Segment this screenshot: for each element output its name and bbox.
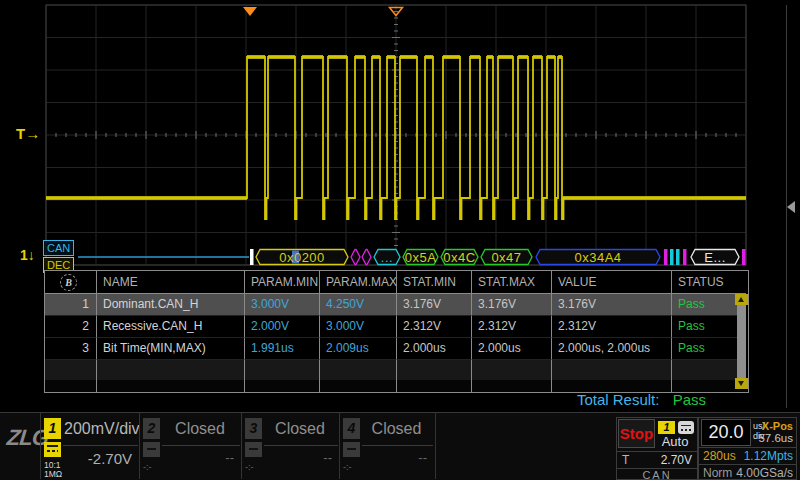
trigger-panel[interactable]: Stop 1 Auto T 2.70V CAN (616, 417, 698, 480)
channel-offset: -- (163, 450, 234, 465)
bus-column-header: B (45, 271, 97, 294)
coupling-icon (343, 442, 360, 457)
scroll-track[interactable] (737, 305, 746, 378)
side-panel-handle-icon[interactable] (787, 201, 795, 213)
channel-4-panel[interactable]: 4-:-Closed-- (339, 413, 436, 479)
divider (63, 445, 138, 446)
channel-scale: Closed (163, 420, 237, 438)
channel-2-panel[interactable]: 2-:-Closed-- (139, 413, 242, 479)
table-cell: 4.250V (320, 294, 397, 316)
decode-bit-bar (683, 249, 687, 265)
channel-2-badge[interactable]: 2 (143, 418, 160, 439)
divider (699, 464, 796, 465)
column-header: VALUE (552, 271, 672, 294)
column-header: STAT.MIN (397, 271, 472, 294)
column-header: STAT.MAX (472, 271, 552, 294)
column-header: PARAM.MIN (245, 271, 320, 294)
table-cell (472, 360, 552, 380)
table-cell (320, 380, 397, 392)
trigger-level-value: 2.70V (661, 453, 692, 467)
table-cell (397, 360, 472, 380)
table-cell: 2.000us (397, 338, 472, 360)
table-cell: 3.176V (397, 294, 472, 316)
scroll-down-button[interactable] (735, 378, 748, 389)
capture-window: 280us (703, 449, 736, 463)
table-cell: 3 (45, 338, 97, 360)
channel-offset: -2.70V (64, 450, 132, 467)
channel-3-panel[interactable]: 3-:-Closed-- (241, 413, 340, 479)
decode-frame-value: 0x5A (405, 250, 437, 265)
trigger-source-badge: 1 (658, 421, 675, 434)
decode-frame (351, 250, 360, 265)
column-header: STATUS (672, 271, 746, 294)
table-cell (245, 380, 320, 392)
table-cell: 2.000us, 2.000us (552, 338, 672, 360)
trigger-level-label: T (622, 453, 629, 467)
table-cell: 1 (45, 294, 97, 316)
table-empty-row (45, 360, 748, 380)
table-cell: 2.312V (552, 316, 672, 338)
table-cell: 3.000V (320, 316, 397, 338)
graticule-grid (46, 5, 746, 265)
channel-1-panel[interactable]: 110:11MΩ200mV/div-2.70V (40, 413, 140, 479)
divider (362, 445, 433, 446)
table-cell: 2.312V (397, 316, 472, 338)
column-header: PARAM.MAX (320, 271, 397, 294)
xpos-value: 57.6us (758, 432, 793, 444)
channel-scale: Closed (363, 420, 430, 438)
status-bar: ZLG® Stop 1 Auto T 2.70V CAN 20.0 us/div… (0, 412, 800, 480)
channel-offset: -- (265, 450, 332, 465)
decode-bit-bar (670, 249, 674, 265)
table-row[interactable]: 2Recessive.CAN_H2.000V3.000V2.312V2.312V… (45, 316, 748, 338)
measurement-table: BNAMEPARAM.MINPARAM.MAXSTAT.MINSTAT.MAXV… (44, 270, 749, 393)
column-header: NAME (97, 271, 245, 294)
table-cell: 2.000V (245, 316, 320, 338)
table-cell: 3.176V (552, 294, 672, 316)
timebase-scale[interactable]: 20.0 (701, 419, 751, 446)
channel-4-badge[interactable]: 4 (343, 418, 360, 439)
scroll-up-button[interactable] (735, 294, 748, 305)
divider (699, 447, 796, 448)
table-cell (320, 360, 397, 380)
table-cell: 3.000V (245, 294, 320, 316)
decode-bit-bar (664, 249, 668, 265)
channel-3-badge[interactable]: 3 (245, 418, 262, 439)
trigger-position-marker[interactable] (243, 7, 257, 16)
table-cell (45, 360, 97, 380)
table-cell: 2 (45, 316, 97, 338)
table-row[interactable]: 1Dominant.CAN_H3.000V4.250V3.176V3.176V3… (45, 294, 748, 316)
xpos-label: X-Pos (762, 420, 793, 432)
channel-offset: -- (363, 450, 427, 465)
decode-frame (362, 250, 371, 265)
decode-frame-value: ... (381, 250, 393, 265)
table-scrollbar[interactable] (735, 294, 748, 389)
probe-ratio: 10:11MΩ (44, 461, 62, 479)
total-result-label: Total Result: (577, 391, 660, 408)
divider (162, 445, 240, 446)
table-row[interactable]: 3Bit Time(MIN,MAX)1.991us2.009us2.000us2… (45, 338, 748, 360)
channel-scale: 200mV/div (64, 420, 135, 438)
channel-timestamp: -:- (143, 462, 152, 472)
can-bus-label: CAN (43, 240, 74, 256)
table-cell (245, 360, 320, 380)
channel1-ground-marker[interactable]: 1↓ (20, 247, 35, 263)
timebase-panel[interactable]: 20.0 us/div X-Pos 57.6us 280us 1.12Mpts … (698, 417, 797, 480)
table-cell: Recessive.CAN_H (97, 316, 245, 338)
sample-rate: 4.00GSa/s (736, 466, 793, 480)
table-cell: Dominant.CAN_H (97, 294, 245, 316)
run-state-button[interactable]: Stop (618, 419, 655, 448)
trigger-level-marker[interactable]: T→ (16, 125, 40, 142)
coupling-icon (44, 442, 61, 457)
table-cell (45, 380, 97, 392)
divider (617, 451, 697, 452)
channel-timestamp: -:- (343, 462, 352, 472)
decode-bus-labels[interactable]: CAN DEC (43, 240, 74, 273)
decode-bit-bar (676, 249, 680, 265)
divider (264, 445, 338, 446)
table-cell (552, 360, 672, 380)
decode-sof-bar (250, 249, 254, 265)
decode-frame-value: E... (704, 250, 726, 265)
channel-timestamp: -:- (245, 462, 254, 472)
table-header-row: BNAMEPARAM.MINPARAM.MAXSTAT.MINSTAT.MAXV… (45, 271, 748, 294)
channel-1-badge[interactable]: 1 (44, 418, 61, 439)
